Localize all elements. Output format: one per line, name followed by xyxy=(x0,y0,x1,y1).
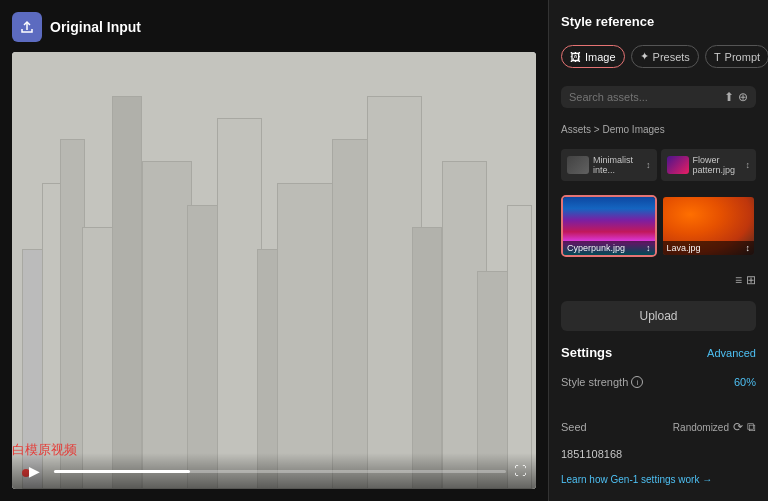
search-row: ⬆ ⊕ xyxy=(561,86,756,108)
seed-value: 1851108168 xyxy=(561,448,756,460)
cyberpunk-name: Cyperpunk.jpg xyxy=(567,243,625,253)
tab-presets-label: Presets xyxy=(653,51,690,63)
learn-link[interactable]: Learn how Gen-1 settings work → xyxy=(561,474,756,485)
video-controls: ▶ ⛶ xyxy=(12,453,536,489)
video-container: ▶ ⛶ xyxy=(12,52,536,489)
tab-presets[interactable]: ✦ Presets xyxy=(631,45,699,68)
original-input-icon xyxy=(12,12,42,42)
search-input[interactable] xyxy=(569,91,718,103)
randomized-label: Randomized xyxy=(673,422,729,433)
list-item[interactable]: Minimalist inte... ↕ xyxy=(561,149,657,181)
style-strength-info-icon[interactable]: i xyxy=(631,376,643,388)
cyberpunk-label: Cyperpunk.jpg ↕ xyxy=(563,241,655,255)
advanced-link[interactable]: Advanced xyxy=(707,347,756,359)
lava-sort: ↕ xyxy=(746,243,751,253)
progress-bar[interactable] xyxy=(54,470,506,473)
breadcrumb: Assets > Demo Images xyxy=(561,124,756,135)
video-scene-inner xyxy=(12,52,536,489)
style-reference-title: Style reference xyxy=(561,14,756,29)
bottom-assets-grid: Cyperpunk.jpg ↕ Lava.jpg ↕ xyxy=(561,195,756,257)
search-icons: ⬆ ⊕ xyxy=(724,90,748,104)
minimalist-thumb xyxy=(567,156,589,174)
tab-prompt-label: Prompt xyxy=(725,51,760,63)
tab-image[interactable]: 🖼 Image xyxy=(561,45,625,68)
lava-label: Lava.jpg ↕ xyxy=(663,241,755,255)
presets-icon: ✦ xyxy=(640,50,649,63)
asset-lava[interactable]: Lava.jpg ↕ xyxy=(661,195,757,257)
left-panel: Original Input 赛博朋克风照片 xyxy=(0,0,548,501)
right-panel: Style reference 🖼 Image ✦ Presets T Prom… xyxy=(548,0,768,501)
original-input-bar: Original Input xyxy=(12,12,536,42)
upload-icon: ⬆ xyxy=(724,90,734,104)
image-icon: 🖼 xyxy=(570,51,581,63)
tab-image-label: Image xyxy=(585,51,616,63)
settings-title: Settings xyxy=(561,345,612,360)
sort-arrow-1: ↕ xyxy=(646,160,651,170)
seed-label: Seed xyxy=(561,421,587,433)
more-icon: ⊕ xyxy=(738,90,748,104)
copy-seed-button[interactable]: ⧉ xyxy=(747,420,756,434)
flower-thumb xyxy=(667,156,689,174)
lava-name: Lava.jpg xyxy=(667,243,701,253)
seed-controls: Randomized ⟳ ⧉ xyxy=(673,420,756,434)
randomize-button[interactable]: ⟳ xyxy=(733,420,743,434)
top-assets-grid: Minimalist inte... ↕ Flower pattern.jpg … xyxy=(561,149,756,181)
expand-button[interactable]: ⛶ xyxy=(514,464,526,478)
upload-button[interactable]: Upload xyxy=(561,301,756,331)
list-view-icon[interactable]: ≡ xyxy=(735,273,742,287)
learn-link-text: Learn how Gen-1 settings work → xyxy=(561,474,712,485)
cyberpunk-sort: ↕ xyxy=(646,243,651,253)
progress-fill xyxy=(54,470,190,473)
flower-label: Flower pattern.jpg xyxy=(693,155,742,175)
style-strength-row: Style strength i 60% xyxy=(561,376,756,388)
annotation-white-video: 白模原视频 xyxy=(12,441,77,459)
list-item[interactable]: Flower pattern.jpg ↕ xyxy=(661,149,757,181)
settings-header: Settings Advanced xyxy=(561,345,756,360)
tabs-row: 🖼 Image ✦ Presets T Prompt xyxy=(561,45,756,68)
seed-row: Seed Randomized ⟳ ⧉ xyxy=(561,420,756,434)
city-bg xyxy=(12,52,536,489)
original-input-label: Original Input xyxy=(50,19,141,35)
prompt-icon: T xyxy=(714,51,721,63)
sort-arrow-2: ↕ xyxy=(746,160,751,170)
view-toggle: ≡ ⊞ xyxy=(561,273,756,287)
style-strength-value: 60% xyxy=(734,376,756,388)
play-button[interactable]: ▶ xyxy=(22,459,46,483)
asset-cyberpunk[interactable]: Cyperpunk.jpg ↕ xyxy=(561,195,657,257)
grid-view-icon[interactable]: ⊞ xyxy=(746,273,756,287)
tab-prompt[interactable]: T Prompt xyxy=(705,45,768,68)
minimalist-label: Minimalist inte... xyxy=(593,155,642,175)
video-scene xyxy=(12,52,536,489)
style-strength-label: Style strength i xyxy=(561,376,643,388)
